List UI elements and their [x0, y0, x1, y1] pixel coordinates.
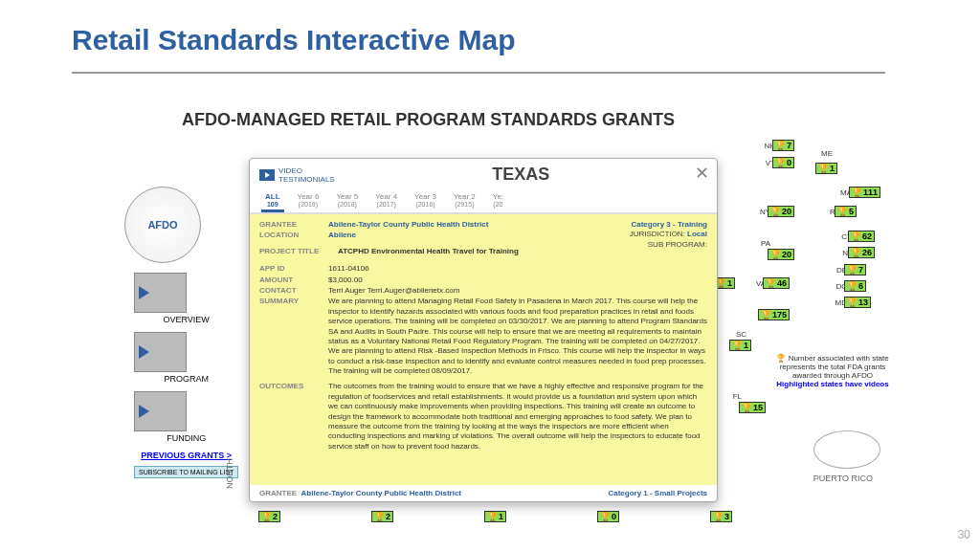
state-nh-badge[interactable]: 🏆7 [772, 140, 794, 151]
state-ma-badge[interactable]: 🏆111 [849, 187, 880, 198]
program-thumb[interactable] [134, 332, 187, 372]
state-sc-badge[interactable]: 🏆1 [729, 340, 751, 351]
trophy-icon: 🏆 [742, 403, 752, 412]
state-fl-label: FL [733, 392, 742, 401]
bottom-badge-0[interactable]: 🏆2 [258, 511, 280, 522]
puerto-rico-label: PUERTO RICO [813, 474, 873, 483]
popup-title: TEXAS [335, 165, 707, 185]
summary-text: We are planning to attend Managing Retai… [328, 297, 707, 376]
trophy-icon: 🏆 [770, 207, 781, 216]
outcomes-text: The outcomes from the training would to … [328, 382, 707, 452]
state-dc-badge[interactable]: 🏆6 [844, 280, 866, 292]
trophy-icon: 🏆 [761, 310, 771, 320]
trophy-icon: 🏆 [261, 512, 272, 521]
state-fl-badge[interactable]: 🏆15 [739, 402, 766, 413]
north-label: NORTH [225, 458, 234, 489]
state-nc-badge[interactable]: 🏆175 [758, 309, 790, 320]
close-icon[interactable]: ✕ [695, 163, 709, 184]
slide-title: Retail Standards Interactive Map [72, 24, 515, 56]
trophy-icon: 🏆 [851, 248, 861, 257]
trophy-icon: 🏆 [847, 281, 858, 291]
afdo-logo: AFDO [124, 187, 201, 263]
tab-year4[interactable]: Year 4(2017) [371, 190, 401, 212]
tab-all[interactable]: ALL109 [261, 190, 284, 212]
video-testimonials-button[interactable]: VIDEO TESTIMONIALS [259, 166, 335, 184]
trophy-icon: 🏆 [600, 512, 611, 521]
trophy-icon: 🏆 [770, 250, 781, 259]
legend-text: 🏆 Number associated with state represent… [766, 354, 900, 388]
state-de-badge[interactable]: 🏆7 [844, 264, 866, 276]
appid-value: 1611-04106 [328, 264, 707, 274]
tab-year5[interactable]: Year 5(2018) [332, 190, 362, 212]
state-nj-badge[interactable]: 🏆26 [848, 247, 875, 258]
bottom-badge-3[interactable]: 🏆0 [597, 511, 619, 522]
bottom-badges-row: 🏆2 🏆2 🏆1 🏆0 🏆3 [258, 511, 732, 522]
funding-thumb[interactable] [134, 391, 187, 431]
trophy-icon: 🏆 [852, 187, 862, 197]
popup-footer: GRANTEE Abilene-Taylor County Public Hea… [250, 485, 717, 501]
trophy-icon: 🏆 [847, 298, 858, 307]
amount-value: $3,000.00 [328, 276, 707, 285]
bottom-badge-2[interactable]: 🏆1 [484, 511, 506, 522]
page-number: 30 [958, 528, 970, 541]
trophy-icon: 🏆 [766, 278, 776, 288]
trophy-icon: 🏆 [775, 141, 786, 150]
trophy-icon: 🏆 [732, 341, 743, 350]
grantee-value: Abilene-Taylor County Public Health Dist… [328, 220, 488, 230]
overview-thumb[interactable] [134, 273, 187, 313]
state-sc-label: SC [736, 330, 746, 339]
play-icon [259, 169, 275, 181]
tab-year3[interactable]: Year 3(2016) [411, 190, 440, 212]
state-vt-badge[interactable]: 🏆0 [772, 157, 794, 168]
contact-value: Terri Auger Terri.Auger@abilenetx.com [328, 286, 707, 296]
grant-details: Category 3 - Training JURISDICTION: Loca… [250, 214, 717, 485]
tab-year6[interactable]: Year 6(2019) [294, 190, 323, 212]
trophy-icon: 🏆 [713, 512, 724, 521]
category-value: Category 3 - Training [630, 220, 707, 230]
trophy-icon: 🏆 [775, 158, 786, 167]
tab-year1[interactable]: Ye:(20 [489, 190, 507, 212]
trophy-icon: 🏆 [851, 231, 861, 241]
divider [72, 72, 885, 74]
state-ri-badge[interactable]: 🏆5 [835, 206, 857, 217]
trophy-icon: 🏆 [374, 512, 385, 521]
tab-year2[interactable]: Year 2(2915) [450, 190, 479, 212]
puerto-rico-inset[interactable] [813, 430, 880, 469]
trophy-icon: 🏆 [847, 265, 858, 275]
state-pa-badge[interactable]: 🏆20 [768, 249, 794, 260]
state-ct-badge[interactable]: 🏆62 [848, 231, 875, 242]
state-pa-label: PA [761, 239, 770, 248]
bottom-badge-1[interactable]: 🏆2 [371, 511, 393, 522]
trophy-icon: 🏆 [818, 164, 829, 173]
year-tabs: ALL109 Year 6(2019) Year 5(2018) Year 4(… [250, 190, 717, 214]
bottom-badge-4[interactable]: 🏆3 [710, 511, 732, 522]
state-md-badge[interactable]: 🏆13 [844, 297, 871, 308]
trophy-icon: 🏆 [837, 207, 848, 216]
location-value: Abilene [328, 231, 356, 240]
trophy-icon: 🏆 [487, 512, 498, 521]
map-title: AFDO-MANAGED RETAIL PROGRAM STANDARDS GR… [182, 110, 675, 130]
state-va-badge[interactable]: 🏆46 [763, 277, 790, 289]
state-ny-badge[interactable]: 🏆20 [768, 206, 794, 217]
state-me-badge[interactable]: 🏆1 [815, 163, 837, 174]
state-detail-popup: VIDEO TESTIMONIALS TEXAS ✕ ALL109 Year 6… [249, 158, 718, 502]
state-me-label: ME [821, 149, 833, 158]
